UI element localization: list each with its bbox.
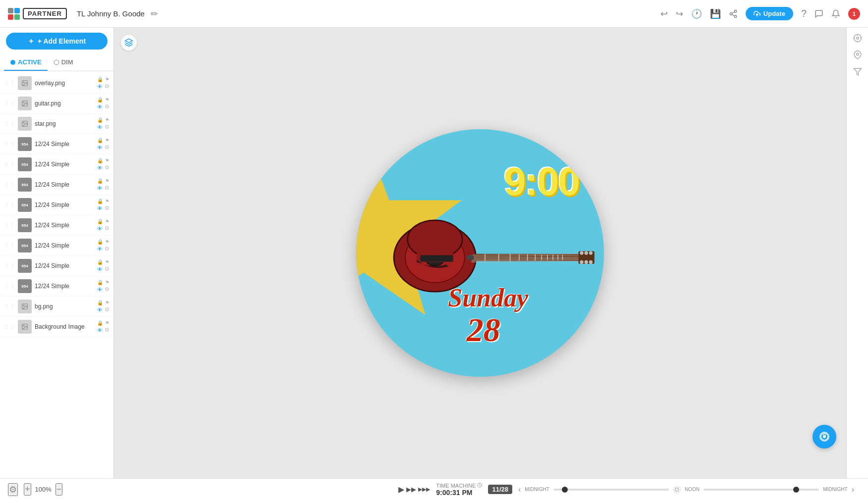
settings-icon[interactable]: ⚙: [105, 185, 109, 191]
flag-icon[interactable]: ⚑: [105, 117, 109, 123]
lock-icon[interactable]: 🔒: [97, 138, 103, 143]
visibility-icon[interactable]: 👁: [97, 226, 103, 232]
visibility-icon[interactable]: 👁: [97, 205, 103, 211]
drag-handle[interactable]: ⋮⋮: [4, 141, 15, 148]
timeline-track[interactable]: [553, 489, 669, 491]
history-button[interactable]: 🕐: [691, 8, 702, 19]
chatbot-button[interactable]: [813, 425, 836, 449]
timeline-track-2[interactable]: [704, 489, 819, 491]
visibility-icon[interactable]: 👁: [97, 266, 103, 272]
lock-icon[interactable]: 🔒: [97, 320, 103, 326]
settings-icon[interactable]: ⚙: [105, 144, 109, 150]
flag-icon[interactable]: ⚑: [105, 219, 109, 224]
drag-handle[interactable]: ⋮⋮: [4, 263, 15, 269]
settings-icon[interactable]: ⚙: [105, 124, 109, 130]
tab-active[interactable]: ACTIVE: [4, 54, 48, 71]
drag-handle[interactable]: ⋮⋮: [4, 80, 15, 87]
edit-title-button[interactable]: ✏: [151, 8, 158, 19]
visibility-icon[interactable]: 👁: [97, 124, 103, 130]
flag-icon[interactable]: ⚑: [105, 138, 109, 143]
settings-icon[interactable]: ⚙: [105, 205, 109, 211]
lock-icon[interactable]: 🔒: [97, 178, 103, 184]
visibility-icon[interactable]: 👁: [97, 307, 103, 313]
settings-icon[interactable]: ⚙: [105, 246, 109, 252]
layer-item[interactable]: ⋮⋮ 954 12/24 Simple 🔒 ⚑ 👁 ⚙: [0, 276, 113, 297]
flag-icon[interactable]: ⚑: [105, 239, 109, 245]
flag-icon[interactable]: ⚑: [105, 97, 109, 102]
visibility-icon[interactable]: 👁: [97, 145, 103, 150]
visibility-icon[interactable]: 👁: [97, 84, 103, 90]
drag-handle[interactable]: ⋮⋮: [4, 324, 15, 330]
toolbar-plus-button[interactable]: +: [24, 483, 31, 496]
share-button[interactable]: [729, 9, 738, 18]
bell-button[interactable]: [831, 9, 840, 18]
settings-icon[interactable]: ⚙: [105, 103, 109, 110]
flag-icon[interactable]: ⚑: [105, 178, 109, 184]
date-badge[interactable]: 11/28: [488, 485, 512, 494]
right-panel-target-icon[interactable]: [853, 34, 862, 43]
drag-handle[interactable]: ⋮⋮: [4, 222, 15, 229]
right-panel-filter-icon[interactable]: [853, 67, 862, 76]
add-element-button[interactable]: + Add Element: [6, 33, 108, 50]
timeline-end-icon[interactable]: ›: [852, 485, 854, 494]
drag-handle[interactable]: ⋮⋮: [4, 161, 15, 168]
lock-icon[interactable]: 🔒: [97, 219, 103, 224]
timeline-start-icon[interactable]: ‹: [518, 485, 521, 494]
tab-dim[interactable]: DIM: [48, 54, 79, 71]
canvas-layers-button[interactable]: [121, 35, 137, 50]
lock-icon[interactable]: 🔒: [97, 199, 103, 204]
settings-icon[interactable]: ⚙: [105, 306, 109, 313]
drag-handle[interactable]: ⋮⋮: [4, 182, 15, 188]
play-button[interactable]: ▶: [398, 485, 404, 494]
save-button[interactable]: 💾: [710, 8, 721, 19]
visibility-icon[interactable]: 👁: [97, 246, 103, 252]
flag-icon[interactable]: ⚑: [105, 280, 109, 285]
settings-icon[interactable]: ⚙: [105, 286, 109, 293]
layer-item[interactable]: ⋮⋮ 954 12/24 Simple 🔒 ⚑ 👁 ⚙: [0, 256, 113, 276]
help-button[interactable]: ?: [801, 8, 807, 19]
layer-item[interactable]: ⋮⋮ 954 12/24 Simple 🔒 ⚑ 👁 ⚙: [0, 175, 113, 195]
drag-handle[interactable]: ⋮⋮: [4, 121, 15, 127]
skip-forward-button[interactable]: ▶▶▶: [418, 486, 430, 493]
fast-forward-button[interactable]: ▶▶: [406, 486, 416, 493]
lock-icon[interactable]: 🔒: [97, 300, 103, 305]
layer-item[interactable]: ⋮⋮ 954 12/24 Simple 🔒 ⚑ 👁 ⚙: [0, 236, 113, 256]
settings-icon[interactable]: ⚙: [105, 266, 109, 272]
layer-item[interactable]: ⋮⋮ 954 12/24 Simple 🔒 ⚑ 👁 ⚙: [0, 134, 113, 154]
lock-icon[interactable]: 🔒: [97, 280, 103, 285]
settings-icon[interactable]: ⚙: [105, 164, 109, 171]
toolbar-minus-button[interactable]: −: [55, 483, 63, 496]
flag-icon[interactable]: ⚑: [105, 320, 109, 326]
flag-icon[interactable]: ⚑: [105, 300, 109, 305]
drag-handle[interactable]: ⋮⋮: [4, 303, 15, 310]
drag-handle[interactable]: ⋮⋮: [4, 243, 15, 249]
visibility-icon[interactable]: 👁: [97, 165, 103, 171]
layer-item[interactable]: ⋮⋮ bg.png 🔒 ⚑ 👁 ⚙: [0, 297, 113, 317]
layer-item[interactable]: ⋮⋮ star.png 🔒 ⚑ 👁 ⚙: [0, 114, 113, 134]
flag-icon[interactable]: ⚑: [105, 77, 109, 82]
visibility-icon[interactable]: 👁: [97, 287, 103, 293]
layer-item[interactable]: ⋮⋮ 954 12/24 Simple 🔒 ⚑ 👁 ⚙: [0, 215, 113, 236]
layer-item[interactable]: ⋮⋮ 954 12/24 Simple 🔒 ⚑ 👁 ⚙: [0, 195, 113, 215]
settings-icon[interactable]: ⚙: [105, 225, 109, 232]
visibility-icon[interactable]: 👁: [97, 327, 103, 333]
layer-item[interactable]: ⋮⋮ Background Image 🔒 ⚑ 👁 ⚙: [0, 317, 113, 337]
drag-handle[interactable]: ⋮⋮: [4, 100, 15, 107]
visibility-icon[interactable]: 👁: [97, 185, 103, 191]
flag-icon[interactable]: ⚑: [105, 259, 109, 265]
timeline-scrubber[interactable]: [562, 487, 568, 493]
lock-icon[interactable]: 🔒: [97, 259, 103, 265]
layer-item[interactable]: ⋮⋮ guitar.png 🔒 ⚑ 👁 ⚙: [0, 94, 113, 114]
notification-badge[interactable]: 1: [848, 8, 860, 20]
update-button[interactable]: Update: [746, 7, 793, 20]
lock-icon[interactable]: 🔒: [97, 97, 103, 102]
layer-item[interactable]: ⋮⋮ 954 12/24 Simple 🔒 ⚑ 👁 ⚙: [0, 154, 113, 175]
layer-item[interactable]: ⋮⋮ overlay.png 🔒 ⚑ 👁 ⚙: [0, 73, 113, 94]
lock-icon[interactable]: 🔒: [97, 239, 103, 245]
chat-button[interactable]: [814, 9, 823, 18]
right-panel-location-icon[interactable]: [853, 50, 862, 59]
lock-icon[interactable]: 🔒: [97, 77, 103, 82]
toolbar-settings-button[interactable]: ⚙: [8, 483, 18, 496]
settings-icon[interactable]: ⚙: [105, 327, 109, 333]
drag-handle[interactable]: ⋮⋮: [4, 202, 15, 208]
